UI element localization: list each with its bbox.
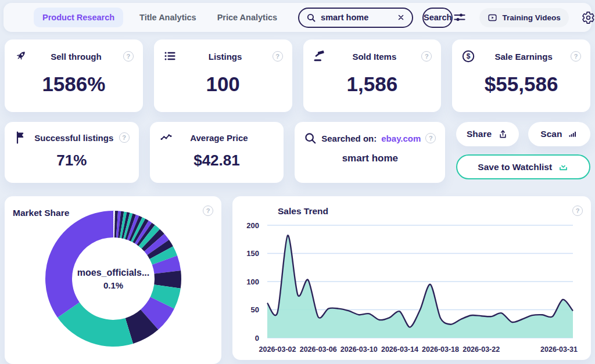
sales-trend-area[interactable]	[267, 235, 573, 338]
help-icon[interactable]: ?	[571, 51, 581, 62]
play-video-icon	[488, 13, 497, 23]
help-icon[interactable]: ?	[203, 206, 213, 216]
x-axis-label: 2026-03-10	[340, 345, 378, 354]
stat-title: Sell through	[29, 52, 123, 62]
settings-gear-icon[interactable]	[582, 11, 595, 24]
sold-items-value: 1,586	[303, 73, 442, 96]
rocket-icon	[14, 49, 29, 63]
average-price-value: $42.81	[150, 152, 284, 170]
x-axis-label: 2026-03-31	[540, 345, 578, 354]
search-button[interactable]: Search	[422, 8, 453, 28]
x-axis-label: 2026-03-06	[300, 345, 337, 354]
y-axis-label: 50	[251, 305, 259, 314]
help-icon[interactable]: ?	[123, 51, 134, 62]
sale-earnings-card: $ Sale Earnings ? $55,586	[452, 39, 590, 112]
y-axis-label: 200	[246, 221, 259, 230]
help-icon[interactable]: ?	[572, 206, 583, 216]
sales-trend-title: Sales Trend	[278, 206, 328, 217]
sold-items-card: Sold Items ? 1,586	[303, 39, 442, 112]
searched-on-label: Searched on:	[321, 134, 377, 143]
donut-slice[interactable]	[45, 211, 113, 318]
listings-card: Listings ? 100	[154, 39, 292, 112]
y-axis-label: 150	[246, 249, 259, 258]
stat-title: Sold Items	[328, 52, 422, 62]
stat-title: Average Price	[174, 133, 264, 143]
save-to-watchlist-button[interactable]: Save to Watchlist	[456, 154, 590, 179]
sales-trend-card: Sales Trend ? 0501001502002026-03-022026…	[232, 196, 591, 360]
filter-sliders-icon[interactable]	[453, 10, 467, 24]
tab-title-analytics[interactable]: Title Analytics	[139, 13, 196, 22]
sell-through-value: 1586%	[5, 73, 143, 96]
svg-text:$: $	[467, 52, 471, 60]
flag-icon	[14, 131, 29, 145]
x-axis-label: 2026-03-14	[381, 345, 418, 354]
gavel-icon	[313, 49, 328, 63]
watchlist-tray-icon	[558, 161, 569, 172]
training-videos-button[interactable]: Training Videos	[479, 8, 568, 27]
help-icon[interactable]: ?	[425, 133, 436, 143]
sales-trend-chart: 0501001502002026-03-022026-03-062026-03-…	[237, 219, 586, 359]
stat-title: Listings	[178, 52, 273, 62]
market-share-card: Market Share ? moes_officials... 0.1%	[5, 196, 221, 364]
x-axis-label: 2026-03-18	[422, 345, 459, 354]
successful-listings-card: Successful listings ? 71%	[5, 122, 139, 183]
x-axis-label: 2026-03-02	[259, 345, 296, 354]
stat-title: Sale Earnings	[476, 52, 571, 62]
average-price-card: Average Price ? $42.81	[150, 122, 284, 183]
dollar-circle-icon: $	[461, 49, 476, 63]
search-input[interactable]	[321, 13, 392, 22]
help-icon[interactable]: ?	[421, 51, 432, 62]
signal-bars-icon	[568, 129, 578, 139]
share-upload-icon	[497, 129, 508, 140]
tab-price-analytics[interactable]: Price Analytics	[217, 13, 277, 22]
list-icon	[163, 49, 178, 63]
tab-product-research[interactable]: Product Research	[34, 8, 123, 27]
sell-through-card: Sell through ? 1586%	[5, 39, 143, 112]
scan-button[interactable]: Scan	[528, 122, 590, 146]
help-icon[interactable]: ?	[273, 51, 283, 62]
actions-panel: Share Scan Save to Watchlist	[456, 122, 590, 183]
successful-listings-value: 71%	[5, 152, 139, 170]
help-icon[interactable]: ?	[119, 132, 130, 143]
share-button[interactable]: Share	[456, 122, 518, 146]
sale-earnings-value: $55,586	[452, 73, 590, 96]
y-axis-label: 0	[255, 334, 259, 343]
trend-icon	[159, 131, 174, 145]
listings-value: 100	[154, 73, 292, 96]
stat-title: Successful listings	[29, 133, 119, 143]
clear-search-icon[interactable]	[397, 13, 405, 21]
y-axis-label: 100	[246, 277, 259, 286]
market-share-donut	[40, 206, 187, 352]
top-navbar: Product Research Title Analytics Price A…	[3, 3, 592, 32]
magnifier-icon	[304, 132, 317, 145]
searched-site-link[interactable]: ebay.com	[381, 134, 421, 143]
x-axis-label: 2026-03-22	[463, 345, 500, 354]
searched-keyword: smart home	[295, 153, 445, 164]
search-box[interactable]	[298, 8, 413, 28]
search-icon	[306, 13, 316, 23]
searched-on-card: Searched on: ebay.com ? smart home	[295, 122, 445, 183]
